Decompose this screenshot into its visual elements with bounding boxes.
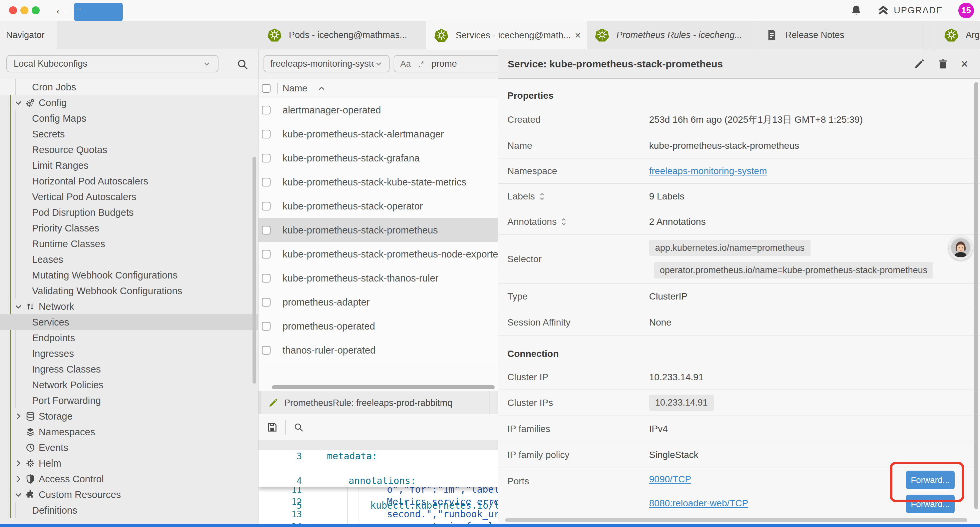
- editor-tab-prometheusrule[interactable]: PrometheusRule: freeleaps-prod-rabbitmq: [261, 391, 489, 415]
- sidebar-scrollbar[interactable]: [253, 157, 256, 384]
- port-link[interactable]: 9090/TCP: [649, 474, 691, 485]
- row-checkbox[interactable]: [262, 250, 270, 258]
- sort-asc-icon[interactable]: [318, 86, 325, 91]
- close-tab-icon[interactable]: ×: [575, 30, 581, 41]
- match-case-toggle[interactable]: Aa: [400, 59, 411, 69]
- chevron-right-icon[interactable]: [14, 459, 23, 468]
- service-row-prometheus-operated[interactable]: prometheus-operated: [259, 314, 498, 338]
- row-checkbox[interactable]: [262, 130, 270, 139]
- detail-hscrollbar[interactable]: [505, 518, 967, 522]
- tab-services-icecheng-math[interactable]: Services - icecheng@math...×: [426, 21, 587, 50]
- close-window-button[interactable]: [9, 6, 17, 14]
- tab-prometheus-rules-icecheng[interactable]: Prometheus Rules - icecheng...: [587, 21, 757, 49]
- close-icon[interactable]: ×: [961, 58, 968, 70]
- sidebar-item-runtime-classes[interactable]: Runtime Classes: [0, 236, 258, 252]
- sidebar-item-mutating-webhook-configurations[interactable]: Mutating Webhook Configurations: [0, 267, 258, 283]
- sidebar-item-limit-ranges[interactable]: Limit Ranges: [0, 158, 258, 173]
- sidebar-item-storage[interactable]: Storage: [0, 408, 258, 424]
- select-all-checkbox[interactable]: [262, 84, 270, 93]
- sidebar-item-resource-quotas[interactable]: Resource Quotas: [0, 142, 258, 158]
- port-link[interactable]: 8080:reloader-web/TCP: [649, 498, 748, 509]
- row-checkbox[interactable]: [262, 106, 270, 115]
- notification-badge[interactable]: 15: [958, 3, 974, 18]
- sidebar-item-validating-webhook-configurations[interactable]: Validating Webhook Configurations: [0, 283, 258, 299]
- back-button[interactable]: ←: [54, 3, 67, 17]
- sidebar-item-ingress-classes[interactable]: Ingress Classes: [0, 361, 258, 377]
- value-chip[interactable]: 10.233.14.91: [649, 395, 714, 411]
- tab-navigator[interactable]: Navigator: [0, 21, 57, 49]
- chevron-down-icon[interactable]: [14, 99, 23, 107]
- service-row-prometheus-adapter[interactable]: prometheus-adapter: [259, 290, 498, 314]
- sidebar-item-cron-jobs[interactable]: Cron Jobs: [0, 79, 258, 95]
- namespace-select[interactable]: freeleaps-monitoring-system: [264, 55, 390, 72]
- yaml-editor[interactable]: 11o","for":"1m","labels":{"service":"12M…: [259, 450, 498, 527]
- sidebar-item-vertical-pod-autoscalers[interactable]: Vertical Pod Autoscalers: [0, 189, 258, 204]
- sidebar-item-endpoints[interactable]: Endpoints: [0, 330, 258, 345]
- service-row-alertmanager-operated[interactable]: alertmanager-operated: [259, 98, 498, 122]
- assistant-avatar[interactable]: [949, 236, 973, 260]
- kubeconfig-select[interactable]: Local Kubeconfigs: [6, 55, 218, 72]
- row-checkbox[interactable]: [262, 226, 270, 234]
- sidebar-item-priority-classes[interactable]: Priority Classes: [0, 220, 258, 236]
- maximize-window-button[interactable]: [32, 6, 40, 14]
- sidebar-item-pod-disruption-budgets[interactable]: Pod Disruption Budgets: [0, 204, 258, 220]
- sidebar-item-config-maps[interactable]: Config Maps: [0, 110, 258, 126]
- row-checkbox[interactable]: [262, 298, 270, 307]
- sidebar-item-services[interactable]: Services: [0, 314, 258, 330]
- minimize-window-button[interactable]: [20, 6, 29, 14]
- editor-tab-next[interactable]: [490, 391, 498, 415]
- sidebar-item-helm[interactable]: Helm: [0, 455, 258, 471]
- row-checkbox[interactable]: [262, 322, 270, 331]
- delete-icon[interactable]: [938, 58, 948, 70]
- row-checkbox[interactable]: [262, 154, 270, 162]
- sidebar-item-namespaces[interactable]: Namespaces: [0, 424, 258, 439]
- chevron-right-icon[interactable]: [14, 474, 23, 483]
- sidebar-item-leases[interactable]: Leases: [0, 252, 258, 267]
- service-row-kube-prometheus-stack-grafana[interactable]: kube-prometheus-stack-grafana: [259, 146, 498, 170]
- sidebar-item-access-control[interactable]: Access Control: [0, 471, 258, 487]
- detail-vscrollbar[interactable]: [974, 82, 978, 509]
- chevron-down-icon[interactable]: [14, 302, 23, 311]
- tab-pods-icecheng-mathmas[interactable]: Pods - icecheng@mathmas...: [259, 21, 426, 49]
- upgrade-button[interactable]: UPGRADE: [878, 5, 943, 16]
- service-row-kube-prometheus-stack-thanos-ruler[interactable]: kube-prometheus-stack-thanos-ruler: [259, 266, 498, 290]
- regex-toggle[interactable]: .*: [418, 59, 424, 69]
- sidebar-item-port-forwarding[interactable]: Port Forwarding: [0, 393, 258, 408]
- sidebar-item-network-policies[interactable]: Network Policies: [0, 377, 258, 393]
- save-icon[interactable]: [267, 422, 278, 433]
- row-checkbox[interactable]: [262, 178, 270, 186]
- services-hscrollbar[interactable]: [272, 385, 495, 389]
- edit-icon[interactable]: [914, 58, 925, 70]
- name-column-header[interactable]: Name: [283, 83, 307, 94]
- service-row-thanos-ruler-operated[interactable]: thanos-ruler-operated: [259, 338, 498, 362]
- value-chip[interactable]: operator.prometheus.io/name=kube-prometh…: [654, 262, 933, 279]
- sidebar-item-secrets[interactable]: Secrets: [0, 126, 258, 142]
- sidebar-item-config[interactable]: Config: [0, 95, 258, 110]
- tab-argo-se[interactable]: Argo Se: [936, 21, 980, 49]
- forward-button[interactable]: →: [74, 3, 123, 21]
- sidebar-item-events[interactable]: Events: [0, 439, 258, 455]
- service-row-kube-prometheus-stack-prometheus-node-exporter[interactable]: kube-prometheus-stack-prometheus-node-ex…: [259, 242, 498, 266]
- editor-search-icon[interactable]: [293, 422, 304, 433]
- forward-button[interactable]: Forward...: [906, 495, 955, 513]
- namespace-link[interactable]: freeleaps-monitoring-system: [649, 166, 767, 177]
- row-checkbox[interactable]: [262, 346, 270, 355]
- sidebar-item-definitions[interactable]: Definitions: [0, 502, 258, 518]
- tab-release-notes[interactable]: Release Notes: [757, 21, 924, 49]
- sidebar-item-horizontal-pod-autoscalers[interactable]: Horizontal Pod Autoscalers: [0, 173, 258, 189]
- search-icon[interactable]: [236, 58, 249, 71]
- chevron-down-icon[interactable]: [14, 490, 23, 499]
- sidebar-item-custom-resources[interactable]: Custom Resources: [0, 487, 258, 502]
- forward-button[interactable]: Forward...: [906, 471, 955, 489]
- service-row-kube-prometheus-stack-prometheus[interactable]: kube-prometheus-stack-prometheus: [259, 218, 498, 242]
- filter-input[interactable]: Aa .* prome: [394, 55, 498, 72]
- service-row-kube-prometheus-stack-alertmanager[interactable]: kube-prometheus-stack-alertmanager: [259, 122, 498, 146]
- value-chip[interactable]: app.kubernetes.io/name=prometheus: [649, 240, 811, 256]
- row-checkbox[interactable]: [262, 202, 270, 210]
- sidebar-item-network[interactable]: Network: [0, 299, 258, 314]
- service-row-kube-prometheus-stack-operator[interactable]: kube-prometheus-stack-operator: [259, 194, 498, 218]
- sidebar-item-ingresses[interactable]: Ingresses: [0, 345, 258, 361]
- bell-icon[interactable]: [850, 4, 862, 16]
- row-checkbox[interactable]: [262, 274, 270, 282]
- service-row-kube-prometheus-stack-kube-state-metrics[interactable]: kube-prometheus-stack-kube-state-metrics: [259, 170, 498, 194]
